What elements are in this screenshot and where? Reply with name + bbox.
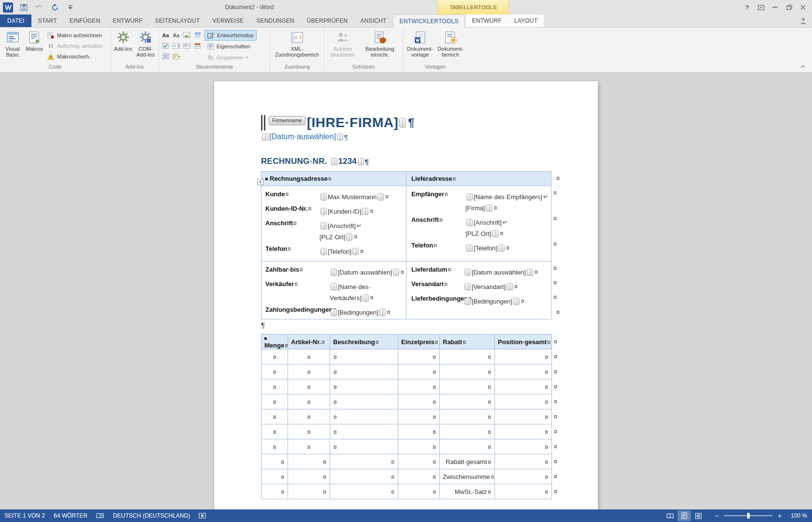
dropdown-list-control-button[interactable] xyxy=(182,41,192,51)
zoom-in-button[interactable]: + xyxy=(776,512,783,520)
items-cell[interactable]: ¤ xyxy=(398,379,440,394)
empty-paragraph[interactable]: ¶ xyxy=(261,320,551,330)
items-cell[interactable]: ¤ xyxy=(330,484,398,499)
web-layout-view-icon[interactable] xyxy=(692,510,705,521)
plain-text-control-button[interactable]: Aa xyxy=(171,30,181,40)
items-cell[interactable]: ¤ xyxy=(330,364,398,379)
invoice-number-control[interactable]: 1234 xyxy=(338,157,357,166)
repeating-section-control-button[interactable] xyxy=(160,51,171,61)
tab-tabellentools-layout[interactable]: LAYOUT xyxy=(508,14,544,27)
items-cell[interactable]: ¤ xyxy=(495,484,552,499)
date-placeholder[interactable]: [Datum·auswählen] xyxy=(269,132,336,141)
tab-sendungen[interactable]: SENDUNGEN xyxy=(250,14,300,27)
zoom-out-button[interactable]: − xyxy=(713,512,720,520)
items-cell[interactable]: ¤ xyxy=(288,364,330,379)
items-cell[interactable]: ¤ xyxy=(495,454,552,469)
tab-entwurf[interactable]: ENTWURF xyxy=(106,14,148,27)
items-cell[interactable]: ¤ xyxy=(440,349,495,364)
items-header-cell[interactable]: Position·gesamt¤ xyxy=(495,334,552,349)
items-cell[interactable]: ¤ xyxy=(330,439,398,454)
billing-address-cell[interactable]: Kunde¤Max·Mustermann¤Kunden-ID-Nr.¤[Kund… xyxy=(261,186,406,261)
minimize-button[interactable] xyxy=(768,0,782,14)
zoom-slider-thumb[interactable] xyxy=(747,513,750,519)
items-cell[interactable]: ¤ xyxy=(440,424,495,439)
company-name-control[interactable]: [IHRE·FIRMA] xyxy=(307,115,399,130)
items-cell[interactable]: ¤ xyxy=(495,349,552,364)
legacy-tools-button[interactable] xyxy=(171,51,181,61)
items-cell[interactable]: ¤ xyxy=(495,364,552,379)
tab-datei[interactable]: DATEI xyxy=(0,14,31,27)
picture-control-button[interactable] xyxy=(182,30,192,40)
items-cell[interactable]: ¤ xyxy=(330,409,398,424)
items-cell[interactable]: ¤ xyxy=(398,424,440,439)
items-cell[interactable]: ¤ xyxy=(261,439,288,454)
items-cell[interactable]: ¤ xyxy=(288,424,330,439)
invoice-heading[interactable]: RECHNUNG·NR. 1234 ¶ xyxy=(261,157,551,166)
items-cell[interactable]: ¤ xyxy=(398,409,440,424)
items-cell[interactable]: ¤ xyxy=(261,424,288,439)
items-cell[interactable]: ¤ xyxy=(330,424,398,439)
items-cell[interactable]: ¤ xyxy=(398,439,440,454)
items-cell[interactable]: ¤ xyxy=(288,469,330,484)
content-control[interactable]: Max·Mustermann¤ xyxy=(319,188,389,203)
save-button[interactable] xyxy=(19,2,29,12)
items-cell[interactable]: ¤ xyxy=(440,364,495,379)
items-cell[interactable]: ¤ xyxy=(440,409,495,424)
tab-seitenlayout[interactable]: SEITENLAYOUT xyxy=(149,14,206,27)
tab-entwicklertools[interactable]: ENTWICKLERTOOLS xyxy=(393,14,465,28)
items-cell[interactable]: ¤ xyxy=(330,379,398,394)
items-cell[interactable]: ¤ xyxy=(398,484,440,499)
delivery-terms-cell[interactable]: Lieferdatum¤[Datum·auswählen]¤¤Versandar… xyxy=(406,261,551,319)
items-cell[interactable]: ¤ xyxy=(261,454,288,469)
building-block-gallery-control-button[interactable] xyxy=(192,30,203,40)
items-cell[interactable]: ¤ xyxy=(261,469,288,484)
content-control[interactable]: [Name·des·Empfängers]↵[Firma]¤ xyxy=(465,188,548,214)
address-header-cell[interactable]: Rechnungsadresse¤ xyxy=(261,172,406,186)
items-cell[interactable]: ¤ xyxy=(495,469,552,484)
tab-tabellentools-entwurf[interactable]: ENTWURF xyxy=(465,14,508,27)
zoom-slider[interactable] xyxy=(724,515,772,516)
items-cell[interactable]: ¤ xyxy=(495,424,552,439)
items-cell[interactable]: ¤ xyxy=(330,394,398,409)
items-header-cell[interactable]: Einzelpreis¤ xyxy=(398,334,440,349)
items-header-cell[interactable]: Rabatt¤ xyxy=(440,334,495,349)
date-control-line[interactable]: [Datum·auswählen] ¶ xyxy=(261,132,551,141)
invoice-items-table[interactable]: Menge¤Artikel-Nr.¤Beschreibung¤Einzelpre… xyxy=(261,334,560,499)
items-cell[interactable]: ¤ xyxy=(440,394,495,409)
read-mode-view-icon[interactable] xyxy=(664,510,677,521)
print-layout-view-icon[interactable] xyxy=(678,510,691,521)
items-cell[interactable]: ¤ xyxy=(398,469,440,484)
sign-in-icon[interactable] xyxy=(799,17,807,25)
macro-security-button[interactable]: Makrosicherh. xyxy=(45,51,104,62)
content-control[interactable]: [Bedingungen]¤ xyxy=(464,292,525,307)
macro-recording-icon[interactable] xyxy=(199,513,206,519)
payment-terms-cell[interactable]: Zahlbar·bis¤[Datum·auswählen]¤Verkäufer¤… xyxy=(261,261,406,319)
content-control[interactable]: [Datum·auswählen]¤ xyxy=(464,263,538,278)
items-cell[interactable]: ¤ xyxy=(288,439,330,454)
summary-label-cell[interactable]: Zwischensumme¤ xyxy=(440,469,495,484)
restore-button[interactable] xyxy=(782,0,796,14)
items-cell[interactable]: ¤ xyxy=(330,469,398,484)
zoom-level[interactable]: 100 % xyxy=(787,512,807,519)
record-macro-button[interactable]: Makro aufzeichnen xyxy=(45,30,104,41)
restrict-editing-button[interactable]: Bearbeitungeinschr. xyxy=(360,29,400,62)
content-control[interactable]: [Bedingungen]¤ xyxy=(330,304,391,318)
items-cell[interactable]: ¤ xyxy=(495,439,552,454)
items-cell[interactable]: ¤ xyxy=(495,394,552,409)
com-addins-button[interactable]: COM-Add-Ins xyxy=(134,29,157,62)
items-cell[interactable]: ¤ xyxy=(288,454,330,469)
content-control[interactable]: [Telefon]¤ xyxy=(465,239,510,254)
tab-einfuegen[interactable]: EINFÜGEN xyxy=(63,14,107,27)
tab-start[interactable]: START xyxy=(31,14,63,27)
page-indicator[interactable]: SEITE 1 VON 2 xyxy=(4,512,45,519)
tab-ueberpruefen[interactable]: ÜBERPRÜFEN xyxy=(301,14,354,27)
xml-mapping-pane-button[interactable]: XML-Zuordnungsbereich xyxy=(272,29,322,62)
rich-text-control-button[interactable]: Aa xyxy=(160,30,171,40)
content-control[interactable]: [Kunden-ID]¤ xyxy=(319,203,374,217)
language-indicator[interactable]: DEUTSCH (DEUTSCHLAND) xyxy=(113,512,190,519)
items-cell[interactable]: ¤ xyxy=(398,454,440,469)
items-cell[interactable]: ¤ xyxy=(495,409,552,424)
items-cell[interactable]: ¤ xyxy=(261,364,288,379)
items-cell[interactable]: ¤ xyxy=(495,379,552,394)
repeat-button[interactable] xyxy=(50,2,59,12)
